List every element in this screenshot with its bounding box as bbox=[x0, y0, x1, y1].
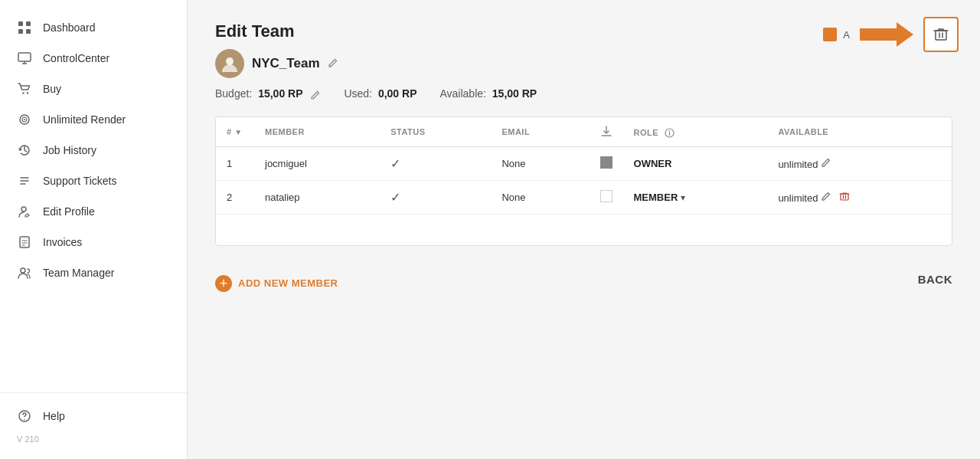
cell-available: unlimited bbox=[767, 181, 952, 215]
svg-point-15 bbox=[21, 207, 26, 211]
sidebar-item-help[interactable]: Help bbox=[0, 401, 187, 431]
svg-rect-0 bbox=[18, 21, 23, 26]
cell-number: 1 bbox=[216, 147, 254, 181]
col-member: MEMBER bbox=[254, 117, 380, 147]
role-label: MEMBER bbox=[634, 192, 678, 203]
sidebar-item-label: Help bbox=[43, 410, 65, 422]
table-row: 2 nataliep ✓ None MEMBER ▾ unlimited bbox=[216, 181, 952, 215]
grid-icon bbox=[17, 20, 32, 35]
svg-point-11 bbox=[24, 119, 25, 120]
team-avatar bbox=[215, 49, 244, 78]
delete-member-icon[interactable] bbox=[839, 192, 850, 204]
svg-point-8 bbox=[27, 92, 28, 93]
cell-member: nataliep bbox=[254, 181, 380, 215]
sidebar-item-buy[interactable]: Buy bbox=[0, 74, 187, 104]
members-table: # ▼ MEMBER STATUS EMAIL ROLE bbox=[216, 117, 952, 245]
svg-rect-16 bbox=[20, 237, 29, 248]
sidebar-item-team-manager[interactable]: Team Manager bbox=[0, 257, 187, 288]
orange-arrow-icon bbox=[856, 21, 917, 48]
version-label: V 210 bbox=[0, 431, 187, 447]
cell-member: jocmiguel bbox=[254, 147, 380, 181]
sort-icon[interactable]: ▼ bbox=[234, 128, 242, 136]
col-email: EMAIL bbox=[491, 117, 589, 147]
color-square-empty bbox=[600, 190, 612, 202]
budget-value: 15,00 RP bbox=[258, 87, 302, 100]
sidebar-item-label: Unlimited Render bbox=[43, 113, 126, 126]
delete-team-button[interactable] bbox=[923, 17, 959, 52]
monitor-icon bbox=[17, 51, 32, 66]
svg-rect-1 bbox=[26, 21, 31, 26]
sidebar-item-label: ControlCenter bbox=[43, 52, 109, 64]
col-number: # ▼ bbox=[216, 117, 254, 147]
col-role: ROLE bbox=[623, 117, 768, 147]
sidebar-item-label: Job History bbox=[43, 144, 96, 156]
role-dropdown-icon[interactable]: ▾ bbox=[681, 192, 685, 203]
list-icon bbox=[17, 173, 32, 189]
budget-label: Budget: 15,00 RP bbox=[215, 87, 321, 100]
sidebar-item-support-tickets[interactable]: Support Tickets bbox=[0, 166, 187, 196]
cell-number: 2 bbox=[216, 181, 254, 215]
cell-available: unlimited bbox=[767, 147, 952, 181]
orange-indicator bbox=[823, 28, 837, 41]
sidebar: Dashboard ControlCenter Buy bbox=[0, 0, 188, 459]
sidebar-item-dashboard[interactable]: Dashboard bbox=[0, 12, 187, 43]
layers-icon bbox=[17, 112, 32, 127]
role-info-icon[interactable] bbox=[665, 126, 675, 138]
user-edit-icon bbox=[17, 204, 32, 219]
col-status: STATUS bbox=[380, 117, 491, 147]
budget-row: Budget: 15,00 RP Used: 0,00 RP Available… bbox=[215, 87, 952, 100]
sidebar-item-invoices[interactable]: Invoices bbox=[0, 227, 187, 257]
cell-role: OWNER bbox=[623, 147, 768, 181]
svg-point-32 bbox=[668, 130, 669, 131]
add-member-button[interactable]: ADD NEW MEMBER bbox=[238, 277, 338, 289]
members-table-container: # ▼ MEMBER STATUS EMAIL ROLE bbox=[215, 116, 952, 246]
sidebar-item-label: Buy bbox=[43, 83, 61, 95]
top-right-area: A bbox=[823, 17, 959, 52]
sidebar-item-controlcenter[interactable]: ControlCenter bbox=[0, 43, 187, 74]
team-header: NYC_Team bbox=[215, 49, 952, 78]
edit-member-icon[interactable] bbox=[821, 192, 835, 204]
team-name: NYC_Team bbox=[252, 56, 320, 71]
add-member-row: + ADD NEW MEMBER bbox=[215, 275, 338, 292]
back-button[interactable]: BACK bbox=[918, 273, 952, 286]
table-header-row: # ▼ MEMBER STATUS EMAIL ROLE bbox=[216, 117, 952, 147]
sidebar-bottom: Help V 210 bbox=[0, 392, 187, 447]
available-section: Available: 15,00 RP bbox=[439, 87, 537, 100]
sidebar-item-label: Edit Profile bbox=[43, 205, 95, 218]
cell-status: ✓ bbox=[380, 147, 491, 181]
users-icon bbox=[17, 265, 32, 280]
svg-rect-33 bbox=[841, 194, 848, 200]
role-label: OWNER bbox=[634, 158, 672, 169]
sidebar-item-edit-profile[interactable]: Edit Profile bbox=[0, 196, 187, 227]
sidebar-item-label: Support Tickets bbox=[43, 175, 117, 187]
color-square-filled bbox=[600, 156, 612, 169]
help-icon bbox=[17, 408, 32, 424]
edit-team-name-icon[interactable] bbox=[328, 57, 338, 70]
svg-point-28 bbox=[226, 57, 234, 65]
cell-color bbox=[590, 181, 623, 215]
available-value: 15,00 RP bbox=[492, 87, 537, 100]
cell-email: None bbox=[491, 181, 589, 215]
sidebar-item-label: Team Manager bbox=[43, 267, 114, 279]
cell-email: None bbox=[491, 147, 589, 181]
team-initial-label: A bbox=[843, 29, 850, 41]
svg-rect-2 bbox=[18, 29, 23, 34]
sidebar-item-label: Dashboard bbox=[43, 21, 96, 34]
cell-status: ✓ bbox=[380, 181, 491, 215]
used-value: 0,00 RP bbox=[378, 87, 417, 100]
used-section: Used: 0,00 RP bbox=[344, 87, 416, 100]
actions-row: + ADD NEW MEMBER BACK bbox=[215, 267, 952, 292]
add-member-icon[interactable]: + bbox=[215, 275, 232, 292]
sidebar-item-label: Invoices bbox=[43, 236, 82, 248]
svg-rect-24 bbox=[936, 31, 946, 40]
svg-rect-4 bbox=[18, 53, 31, 61]
col-available: AVAILABLE bbox=[767, 117, 952, 147]
svg-point-20 bbox=[21, 268, 25, 273]
edit-member-icon[interactable] bbox=[821, 158, 831, 170]
svg-rect-3 bbox=[26, 29, 31, 34]
svg-point-7 bbox=[22, 92, 24, 93]
edit-budget-icon[interactable] bbox=[309, 88, 321, 100]
svg-marker-23 bbox=[860, 22, 913, 47]
sidebar-item-unlimited-render[interactable]: Unlimited Render bbox=[0, 104, 187, 135]
sidebar-item-job-history[interactable]: Job History bbox=[0, 135, 187, 166]
